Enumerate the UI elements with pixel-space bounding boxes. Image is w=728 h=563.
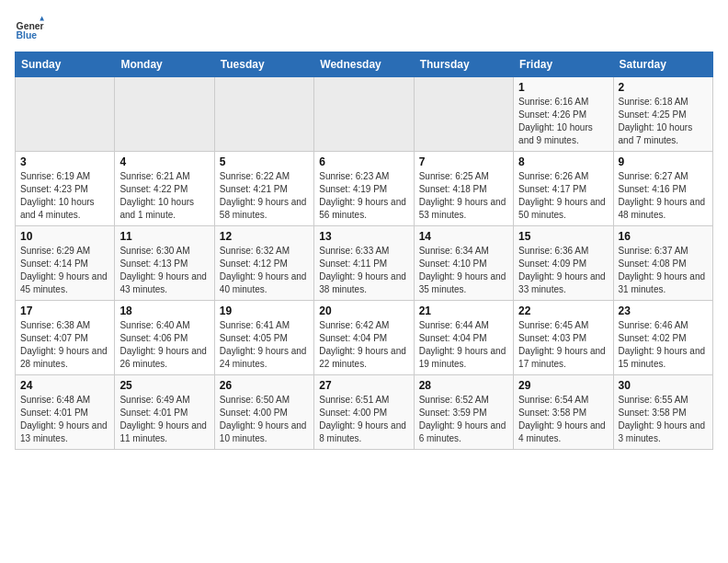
calendar-week-row: 17Sunrise: 6:38 AM Sunset: 4:07 PM Dayli… bbox=[16, 301, 713, 375]
day-info: Sunrise: 6:55 AM Sunset: 3:58 PM Dayligh… bbox=[619, 394, 708, 445]
calendar-day-cell: 20Sunrise: 6:42 AM Sunset: 4:04 PM Dayli… bbox=[314, 301, 414, 375]
calendar-day-cell: 27Sunrise: 6:51 AM Sunset: 4:00 PM Dayli… bbox=[314, 375, 414, 450]
calendar-day-cell: 16Sunrise: 6:37 AM Sunset: 4:08 PM Dayli… bbox=[613, 226, 712, 301]
day-info: Sunrise: 6:41 AM Sunset: 4:05 PM Dayligh… bbox=[220, 319, 309, 371]
day-number: 19 bbox=[220, 304, 309, 317]
weekday-header: Friday bbox=[514, 52, 613, 77]
day-info: Sunrise: 6:45 AM Sunset: 4:03 PM Dayligh… bbox=[518, 319, 608, 371]
weekday-header: Thursday bbox=[414, 52, 513, 77]
day-number: 14 bbox=[419, 230, 508, 243]
day-info: Sunrise: 6:30 AM Sunset: 4:13 PM Dayligh… bbox=[119, 245, 209, 296]
calendar-day-cell: 6Sunrise: 6:23 AM Sunset: 4:19 PM Daylig… bbox=[314, 152, 414, 226]
calendar-day-cell bbox=[16, 77, 115, 152]
day-number: 24 bbox=[20, 379, 109, 392]
calendar-day-cell bbox=[115, 77, 214, 152]
day-number: 12 bbox=[220, 230, 309, 243]
calendar-day-cell: 11Sunrise: 6:30 AM Sunset: 4:13 PM Dayli… bbox=[115, 226, 214, 301]
day-number: 10 bbox=[20, 230, 109, 243]
day-number: 3 bbox=[20, 155, 109, 168]
day-number: 1 bbox=[518, 81, 608, 94]
calendar-day-cell: 30Sunrise: 6:55 AM Sunset: 3:58 PM Dayli… bbox=[613, 375, 712, 450]
day-number: 25 bbox=[119, 379, 209, 392]
calendar-day-cell: 4Sunrise: 6:21 AM Sunset: 4:22 PM Daylig… bbox=[115, 152, 214, 226]
calendar-day-cell: 3Sunrise: 6:19 AM Sunset: 4:23 PM Daylig… bbox=[16, 152, 115, 226]
calendar-day-cell: 26Sunrise: 6:50 AM Sunset: 4:00 PM Dayli… bbox=[214, 375, 313, 450]
day-info: Sunrise: 6:51 AM Sunset: 4:00 PM Dayligh… bbox=[319, 394, 408, 445]
day-info: Sunrise: 6:54 AM Sunset: 3:58 PM Dayligh… bbox=[518, 394, 608, 445]
day-info: Sunrise: 6:44 AM Sunset: 4:04 PM Dayligh… bbox=[419, 319, 508, 371]
day-info: Sunrise: 6:25 AM Sunset: 4:18 PM Dayligh… bbox=[419, 170, 508, 222]
day-info: Sunrise: 6:16 AM Sunset: 4:26 PM Dayligh… bbox=[518, 96, 608, 147]
calendar-day-cell: 23Sunrise: 6:46 AM Sunset: 4:02 PM Dayli… bbox=[613, 301, 712, 375]
calendar-week-row: 24Sunrise: 6:48 AM Sunset: 4:01 PM Dayli… bbox=[16, 375, 713, 450]
calendar-day-cell: 7Sunrise: 6:25 AM Sunset: 4:18 PM Daylig… bbox=[414, 152, 513, 226]
day-number: 27 bbox=[319, 379, 408, 392]
calendar-week-row: 1Sunrise: 6:16 AM Sunset: 4:26 PM Daylig… bbox=[16, 77, 713, 152]
weekday-header: Monday bbox=[115, 52, 214, 77]
day-number: 7 bbox=[419, 155, 508, 168]
day-info: Sunrise: 6:36 AM Sunset: 4:09 PM Dayligh… bbox=[518, 245, 608, 296]
weekday-header: Sunday bbox=[16, 52, 115, 77]
calendar-day-cell: 2Sunrise: 6:18 AM Sunset: 4:25 PM Daylig… bbox=[613, 77, 712, 152]
calendar-day-cell: 24Sunrise: 6:48 AM Sunset: 4:01 PM Dayli… bbox=[16, 375, 115, 450]
calendar-table: SundayMondayTuesdayWednesdayThursdayFrid… bbox=[15, 52, 713, 450]
calendar-day-cell: 13Sunrise: 6:33 AM Sunset: 4:11 PM Dayli… bbox=[314, 226, 414, 301]
day-info: Sunrise: 6:40 AM Sunset: 4:06 PM Dayligh… bbox=[119, 319, 209, 371]
day-number: 18 bbox=[119, 304, 209, 317]
calendar-day-cell: 15Sunrise: 6:36 AM Sunset: 4:09 PM Dayli… bbox=[514, 226, 613, 301]
calendar-day-cell: 14Sunrise: 6:34 AM Sunset: 4:10 PM Dayli… bbox=[414, 226, 513, 301]
day-info: Sunrise: 6:21 AM Sunset: 4:22 PM Dayligh… bbox=[119, 170, 209, 222]
day-info: Sunrise: 6:32 AM Sunset: 4:12 PM Dayligh… bbox=[220, 245, 309, 296]
calendar-day-cell bbox=[414, 77, 513, 152]
logo-icon: General Blue bbox=[15, 15, 44, 44]
day-info: Sunrise: 6:27 AM Sunset: 4:16 PM Dayligh… bbox=[619, 170, 708, 222]
calendar-week-row: 10Sunrise: 6:29 AM Sunset: 4:14 PM Dayli… bbox=[16, 226, 713, 301]
calendar-day-cell: 10Sunrise: 6:29 AM Sunset: 4:14 PM Dayli… bbox=[16, 226, 115, 301]
calendar-day-cell: 9Sunrise: 6:27 AM Sunset: 4:16 PM Daylig… bbox=[613, 152, 712, 226]
logo: General Blue bbox=[15, 15, 44, 44]
day-info: Sunrise: 6:34 AM Sunset: 4:10 PM Dayligh… bbox=[419, 245, 508, 296]
weekday-header-row: SundayMondayTuesdayWednesdayThursdayFrid… bbox=[16, 52, 713, 77]
day-number: 5 bbox=[220, 155, 309, 168]
day-number: 16 bbox=[619, 230, 708, 243]
calendar-day-cell: 8Sunrise: 6:26 AM Sunset: 4:17 PM Daylig… bbox=[514, 152, 613, 226]
calendar-day-cell: 28Sunrise: 6:52 AM Sunset: 3:59 PM Dayli… bbox=[414, 375, 513, 450]
day-info: Sunrise: 6:18 AM Sunset: 4:25 PM Dayligh… bbox=[619, 96, 708, 147]
day-info: Sunrise: 6:46 AM Sunset: 4:02 PM Dayligh… bbox=[619, 319, 708, 371]
calendar-day-cell bbox=[314, 77, 414, 152]
day-info: Sunrise: 6:38 AM Sunset: 4:07 PM Dayligh… bbox=[20, 319, 109, 371]
day-info: Sunrise: 6:22 AM Sunset: 4:21 PM Dayligh… bbox=[220, 170, 309, 222]
calendar-day-cell: 22Sunrise: 6:45 AM Sunset: 4:03 PM Dayli… bbox=[514, 301, 613, 375]
calendar-day-cell: 1Sunrise: 6:16 AM Sunset: 4:26 PM Daylig… bbox=[514, 77, 613, 152]
weekday-header: Saturday bbox=[613, 52, 712, 77]
day-info: Sunrise: 6:19 AM Sunset: 4:23 PM Dayligh… bbox=[20, 170, 109, 222]
day-info: Sunrise: 6:48 AM Sunset: 4:01 PM Dayligh… bbox=[20, 394, 109, 445]
calendar-day-cell: 19Sunrise: 6:41 AM Sunset: 4:05 PM Dayli… bbox=[214, 301, 313, 375]
weekday-header: Tuesday bbox=[214, 52, 313, 77]
day-number: 29 bbox=[518, 379, 608, 392]
day-number: 23 bbox=[619, 304, 708, 317]
day-number: 2 bbox=[619, 81, 708, 94]
day-info: Sunrise: 6:26 AM Sunset: 4:17 PM Dayligh… bbox=[518, 170, 608, 222]
day-number: 8 bbox=[518, 155, 608, 168]
day-info: Sunrise: 6:49 AM Sunset: 4:01 PM Dayligh… bbox=[119, 394, 209, 445]
calendar-day-cell: 17Sunrise: 6:38 AM Sunset: 4:07 PM Dayli… bbox=[16, 301, 115, 375]
day-number: 6 bbox=[319, 155, 408, 168]
day-number: 17 bbox=[20, 304, 109, 317]
day-info: Sunrise: 6:37 AM Sunset: 4:08 PM Dayligh… bbox=[619, 245, 708, 296]
svg-marker-2 bbox=[40, 17, 44, 21]
day-info: Sunrise: 6:29 AM Sunset: 4:14 PM Dayligh… bbox=[20, 245, 109, 296]
day-number: 15 bbox=[518, 230, 608, 243]
day-number: 20 bbox=[319, 304, 408, 317]
calendar-week-row: 3Sunrise: 6:19 AM Sunset: 4:23 PM Daylig… bbox=[16, 152, 713, 226]
weekday-header: Wednesday bbox=[314, 52, 414, 77]
day-number: 22 bbox=[518, 304, 608, 317]
day-info: Sunrise: 6:50 AM Sunset: 4:00 PM Dayligh… bbox=[220, 394, 309, 445]
calendar-day-cell bbox=[214, 77, 313, 152]
calendar-day-cell: 25Sunrise: 6:49 AM Sunset: 4:01 PM Dayli… bbox=[115, 375, 214, 450]
calendar-day-cell: 18Sunrise: 6:40 AM Sunset: 4:06 PM Dayli… bbox=[115, 301, 214, 375]
svg-text:General: General bbox=[17, 21, 44, 31]
day-info: Sunrise: 6:23 AM Sunset: 4:19 PM Dayligh… bbox=[319, 170, 408, 222]
day-info: Sunrise: 6:42 AM Sunset: 4:04 PM Dayligh… bbox=[319, 319, 408, 371]
svg-text:Blue: Blue bbox=[17, 30, 38, 40]
